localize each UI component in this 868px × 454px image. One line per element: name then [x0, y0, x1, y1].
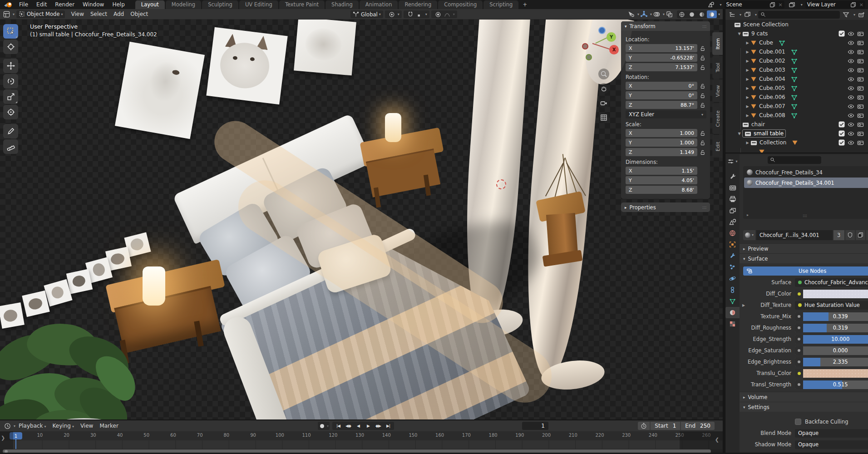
workspace-tab-compositing[interactable]: Compositing	[438, 0, 483, 9]
properties-editor-type-button[interactable]: ▾	[725, 156, 740, 167]
workspace-tab-scripting[interactable]: Scripting	[483, 0, 518, 9]
timeline-menu-keying[interactable]: Keying▾	[49, 423, 77, 429]
properties-tab-render[interactable]	[725, 182, 740, 193]
scene-icon[interactable]	[706, 1, 716, 9]
outliner-row-collection[interactable]: ▶Collection	[725, 138, 868, 147]
padlock-open-icon[interactable]	[700, 64, 705, 70]
cat-picture[interactable]	[294, 20, 356, 75]
npanel-tab-item[interactable]: Item	[712, 32, 724, 55]
padlock-open-icon[interactable]	[700, 130, 705, 136]
property-slider[interactable]: 2.335	[795, 358, 868, 366]
outliner-row-cube-001[interactable]: ▶Cube.001	[725, 47, 868, 56]
shading-solid-button[interactable]	[687, 10, 697, 18]
toggle-camera[interactable]	[856, 30, 865, 37]
panel-grip[interactable]: ::::	[702, 205, 706, 210]
xray-toggle-icon[interactable]	[665, 10, 674, 18]
ortho-grid-icon[interactable]	[598, 112, 609, 123]
toggle-camera[interactable]	[856, 49, 865, 55]
properties-tab-scene[interactable]	[725, 216, 740, 227]
workspace-tab-rendering[interactable]: Rendering	[399, 0, 437, 9]
editor-type-icon[interactable]	[2, 10, 11, 18]
toggle-eye[interactable]	[846, 67, 856, 74]
jump-to-start-button[interactable]: |◀	[333, 424, 343, 428]
volume-panel-header[interactable]: ▸ Volume ::::	[740, 392, 868, 402]
shading-wireframe-button[interactable]	[677, 10, 687, 18]
toggle-camera[interactable]	[856, 103, 865, 110]
outliner-row-cube-005[interactable]: ▶Cube.005	[725, 84, 868, 93]
rotate-tool-button[interactable]	[3, 74, 18, 89]
outliner-row-chair[interactable]: chair	[725, 120, 868, 129]
transform-location-y-field[interactable]: Y-0.65228'	[626, 54, 697, 62]
menu-window[interactable]: Window	[79, 0, 108, 9]
cat-picture[interactable]	[115, 42, 205, 139]
expand-icon[interactable]: ▶	[742, 303, 748, 307]
toggle-eye[interactable]	[846, 76, 856, 83]
properties-subpanel-header[interactable]: ▸ Properties ::::	[621, 202, 710, 212]
properties-tab-output[interactable]	[725, 193, 740, 205]
expand-icon[interactable]: ▶	[745, 141, 750, 145]
properties-tab-world[interactable]	[725, 227, 740, 239]
transform-dimensions-y-field[interactable]: Y4.05'	[626, 176, 697, 184]
material-slot[interactable]: Chocofur_Free_Details_34.001	[744, 178, 868, 188]
axis-y-ball[interactable]: Y	[607, 32, 616, 42]
workspace-tab-layout[interactable]: Layout	[135, 0, 165, 9]
surface-shader-field[interactable]: Chocofur_Fabric_Advanced	[795, 278, 868, 287]
toggle-eye[interactable]	[846, 130, 856, 137]
transform-panel-header[interactable]: ▾ Transform ::::	[621, 21, 710, 31]
outliner-row-cube-008[interactable]: ▶Cube.008	[725, 111, 868, 120]
toggle-eye[interactable]	[846, 85, 856, 92]
copy-icon[interactable]	[768, 2, 777, 8]
transform-location-z-field[interactable]: Z7.1537'	[626, 63, 697, 71]
outliner-row-small-table[interactable]: ▼small table	[725, 129, 868, 138]
panel-grip[interactable]: ::::	[702, 24, 706, 29]
expand-icon[interactable]: ▸	[747, 213, 749, 217]
color-swatch-field[interactable]	[795, 369, 868, 378]
padlock-open-icon[interactable]	[700, 55, 705, 61]
property-slider[interactable]: 10.000	[795, 335, 868, 344]
outliner-row-cube[interactable]: ▶Cube	[725, 38, 868, 47]
surface-panel-header[interactable]: ▾ Surface ::::	[740, 253, 868, 263]
properties-tab-physics[interactable]	[725, 273, 740, 284]
padlock-open-icon[interactable]	[700, 149, 705, 155]
object-visibility-icon[interactable]	[626, 10, 636, 18]
current-frame-field[interactable]: 1	[522, 422, 548, 430]
workspace-tab-sculpting[interactable]: Sculpting	[202, 0, 238, 9]
transform-scale-x-field[interactable]: X1.000	[626, 129, 697, 137]
scale-tool-button[interactable]	[3, 89, 18, 104]
end-frame-field[interactable]: End 250	[681, 422, 715, 430]
viewport-menu-select[interactable]: Select	[87, 11, 110, 17]
expand-icon[interactable]: ▶	[745, 59, 750, 63]
lamp[interactable]	[143, 266, 165, 306]
annotate-tool-button[interactable]	[3, 124, 18, 138]
jump-to-end-button[interactable]: ▶|	[383, 424, 393, 428]
toggle-camera[interactable]	[856, 39, 865, 46]
timeline-ruler[interactable]: 1102030405060708090100110120130140150160…	[0, 431, 723, 440]
transform-dimensions-z-field[interactable]: Z8.68'	[626, 186, 697, 194]
padlock-open-icon[interactable]	[700, 45, 705, 51]
toggle-camera[interactable]	[856, 76, 865, 83]
snap-group[interactable]: ▾	[404, 10, 429, 18]
toggle-eye[interactable]	[846, 58, 856, 64]
outliner-row-cube-007[interactable]: ▶Cube.007	[725, 102, 868, 111]
texture-link-field[interactable]: Hue Saturation Value	[795, 301, 868, 310]
color-swatch-field[interactable]	[795, 290, 868, 298]
axis-x-ball[interactable]: X	[609, 45, 619, 54]
outliner-row-cube-004[interactable]: ▶Cube.004	[725, 74, 868, 84]
record-icon[interactable]	[319, 422, 326, 430]
transform-rotation-x-field[interactable]: X0°	[626, 82, 697, 90]
use-nodes-button[interactable]: Use Nodes	[743, 266, 868, 276]
toggle-checkbox[interactable]	[837, 130, 846, 137]
toggle-checkbox[interactable]	[837, 121, 846, 128]
toggle-camera[interactable]	[856, 130, 865, 137]
npanel-tab-edit[interactable]: Edit	[712, 135, 724, 158]
unlink-x-button[interactable]: ×	[866, 230, 868, 240]
new-collection-icon[interactable]	[857, 11, 866, 19]
users-count-button[interactable]: 3	[833, 230, 844, 240]
workspace-tab-modeling[interactable]: Modeling	[166, 0, 201, 9]
workspace-tab-shading[interactable]: Shading	[326, 0, 359, 9]
properties-tab-object[interactable]	[725, 239, 740, 250]
expand-icon[interactable]: ▼	[736, 132, 742, 136]
npanel-tab-tool[interactable]: Tool	[712, 56, 724, 79]
expand-icon[interactable]: ▼	[736, 32, 742, 36]
npanel-tab-view[interactable]: View	[712, 79, 724, 102]
